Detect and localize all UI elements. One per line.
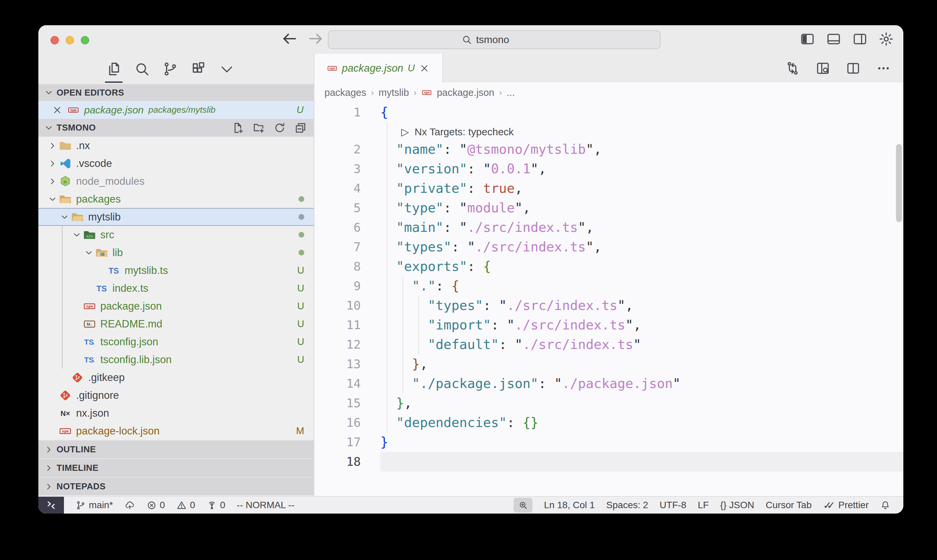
tree-item-package-lock-json[interactable]: npmpackage-lock.jsonM xyxy=(38,422,314,440)
status-label: Ln 18, Col 1 xyxy=(544,500,595,511)
breadcrumb-item[interactable]: packages xyxy=(325,87,366,98)
code-line-16[interactable]: 16 "dependencies": {} xyxy=(314,413,903,432)
token: : xyxy=(435,278,443,294)
status-item-formatter[interactable]: ✓✓Prettier xyxy=(823,499,869,511)
activity-item-extensions[interactable] xyxy=(189,54,208,83)
breadcrumb-item[interactable]: package.json xyxy=(437,87,494,98)
open-editors-header[interactable]: OPEN EDITORS xyxy=(38,84,314,101)
tree-item-node-modules[interactable]: jsnode_modules xyxy=(38,172,314,190)
status-item-language-mode[interactable]: {} JSON xyxy=(720,500,754,511)
activity-item-source-control[interactable] xyxy=(161,54,180,83)
token: "types" xyxy=(428,298,483,313)
code-line-3[interactable]: 3 "version": "0.0.1", xyxy=(314,159,903,179)
status-item-ports[interactable]: 0 xyxy=(207,500,226,511)
tree-item-tsconfig-lib-json[interactable]: TS*tsconfig.lib.jsonU xyxy=(38,351,314,369)
status-item-indentation[interactable]: Spaces: 2 xyxy=(606,500,648,511)
sidebar-section-outline[interactable]: OUTLINE xyxy=(38,440,314,458)
sidebar-section-notepads[interactable]: NOTEPADS xyxy=(38,477,314,495)
status-item-git-branch[interactable]: main* xyxy=(75,500,113,511)
status-item-warnings[interactable]: 0 xyxy=(176,500,195,511)
code-line-5[interactable]: 5 "type": "module", xyxy=(314,198,903,218)
status-item-sync[interactable] xyxy=(125,500,135,511)
title-bar[interactable] xyxy=(38,25,903,54)
code-line-12[interactable]: 12 "default": "./src/index.ts" xyxy=(314,335,903,354)
breadcrumb-item[interactable]: mytslib xyxy=(378,87,409,98)
code-editor[interactable]: 1{▷ Nx Targets: typecheck2 "name": "@tsm… xyxy=(314,103,903,496)
preview-icon[interactable] xyxy=(815,61,831,76)
status-item-encoding[interactable]: UTF-8 xyxy=(660,500,686,511)
tree-item-tsconfig-json[interactable]: TS*tsconfig.jsonU xyxy=(38,333,314,351)
status-item-errors[interactable]: 0 xyxy=(146,500,165,511)
scrollbar-thumb[interactable] xyxy=(896,144,902,222)
code-line-11[interactable]: 11 "import": "./src/index.ts", xyxy=(314,315,903,335)
tree-item--gitignore[interactable]: .gitignore xyxy=(38,386,314,404)
arrow-right-icon[interactable] xyxy=(307,30,325,48)
tree-item-nx-json[interactable]: N×nx.json xyxy=(38,404,314,422)
tree-item-packages[interactable]: packages xyxy=(38,190,314,208)
minimize-window-button[interactable] xyxy=(66,36,74,45)
command-center-search[interactable] xyxy=(328,30,661,49)
tree-item-readme-md[interactable]: M↓README.mdU xyxy=(38,315,314,333)
codelens-run-link[interactable]: ▷ Nx Targets: typecheck xyxy=(401,126,514,137)
remote-indicator[interactable] xyxy=(38,497,64,514)
activity-item-explorer[interactable] xyxy=(104,54,123,83)
panel-right-icon[interactable] xyxy=(852,31,868,47)
editor-actions xyxy=(785,54,903,82)
code-line-9[interactable]: 9 ".": { xyxy=(314,276,903,296)
panel-left-icon[interactable] xyxy=(800,31,815,47)
tree-item-package-json[interactable]: npmpackage.jsonU xyxy=(38,297,314,315)
codelens-row[interactable]: ▷ Nx Targets: typecheck xyxy=(314,122,903,140)
status-item-cursor-position[interactable]: Ln 18, Col 1 xyxy=(544,500,595,511)
code-line-10[interactable]: 10 "types": "./src/index.ts", xyxy=(314,296,903,315)
gear-icon[interactable] xyxy=(879,31,894,47)
status-item-vim-mode[interactable]: -- NORMAL -- xyxy=(237,500,294,511)
tab-package-json[interactable]: npm package.json U xyxy=(314,54,443,82)
status-item-cursor-tab[interactable]: Cursor Tab xyxy=(766,500,811,511)
collapse-all-icon[interactable] xyxy=(294,122,307,134)
code-line-14[interactable]: 14 "./package.json": "./package.json" xyxy=(314,374,903,394)
activity-item-more-views[interactable] xyxy=(217,54,236,83)
tree-item--vscode[interactable]: .vscode xyxy=(38,154,314,172)
token: ./src/index.ts xyxy=(467,220,578,235)
code-line-4[interactable]: 4 "private": true, xyxy=(314,179,903,198)
code-line-8[interactable]: 8 "exports": { xyxy=(314,257,903,276)
node-icon: js xyxy=(58,175,72,188)
tree-item--nx[interactable]: .nx xyxy=(38,137,314,154)
breadcrumb-item[interactable]: ... xyxy=(506,87,515,98)
arrow-left-icon[interactable] xyxy=(281,30,298,48)
activity-item-search[interactable] xyxy=(132,54,151,83)
tree-item-mytslib[interactable]: mytslib xyxy=(38,208,314,226)
refresh-icon[interactable] xyxy=(273,122,286,134)
status-item-eol[interactable]: LF xyxy=(698,500,709,511)
status-item-notifications[interactable] xyxy=(880,500,891,511)
code-line-7[interactable]: 7 "types": "./src/index.ts", xyxy=(314,237,903,257)
close-icon[interactable] xyxy=(52,105,63,115)
panel-bottom-icon[interactable] xyxy=(826,31,842,47)
zoom-window-button[interactable] xyxy=(81,36,89,45)
code-line-2[interactable]: 2 "name": "@tsmono/mytslib", xyxy=(314,140,903,159)
explorer-section-header[interactable]: TSMONO xyxy=(38,119,314,137)
tree-item--gitkeep[interactable]: .gitkeep xyxy=(38,369,314,386)
search-input[interactable] xyxy=(475,34,528,46)
new-file-icon[interactable] xyxy=(232,122,245,134)
ellipsis-icon[interactable] xyxy=(876,61,891,76)
code-line-13[interactable]: 13 }, xyxy=(314,354,903,374)
open-editor-item[interactable]: npm package.json packages/mytslib U xyxy=(38,101,314,119)
code-line-17[interactable]: 17} xyxy=(314,432,903,452)
split-icon[interactable] xyxy=(845,61,861,76)
tree-item-src[interactable]: </>src xyxy=(38,226,314,244)
code-line-6[interactable]: 6 "main": "./src/index.ts", xyxy=(314,218,903,237)
close-window-button[interactable] xyxy=(51,36,59,45)
code-line-1[interactable]: 1{ xyxy=(314,103,903,122)
code-line-18[interactable]: 18 xyxy=(314,452,903,471)
new-folder-icon[interactable] xyxy=(252,122,265,134)
code-line-15[interactable]: 15 }, xyxy=(314,394,903,413)
tree-item-mytslib-ts[interactable]: TSmytslib.tsU xyxy=(38,262,314,279)
close-icon[interactable] xyxy=(419,63,430,74)
status-item-zoom-indicator[interactable] xyxy=(514,498,532,512)
compare-icon[interactable] xyxy=(785,61,800,76)
tree-item-index-ts[interactable]: TSindex.tsU xyxy=(38,279,314,297)
search-icon xyxy=(462,34,472,45)
tree-item-lib[interactable]: lib xyxy=(38,244,314,262)
sidebar-section-timeline[interactable]: TIMELINE xyxy=(38,458,314,477)
